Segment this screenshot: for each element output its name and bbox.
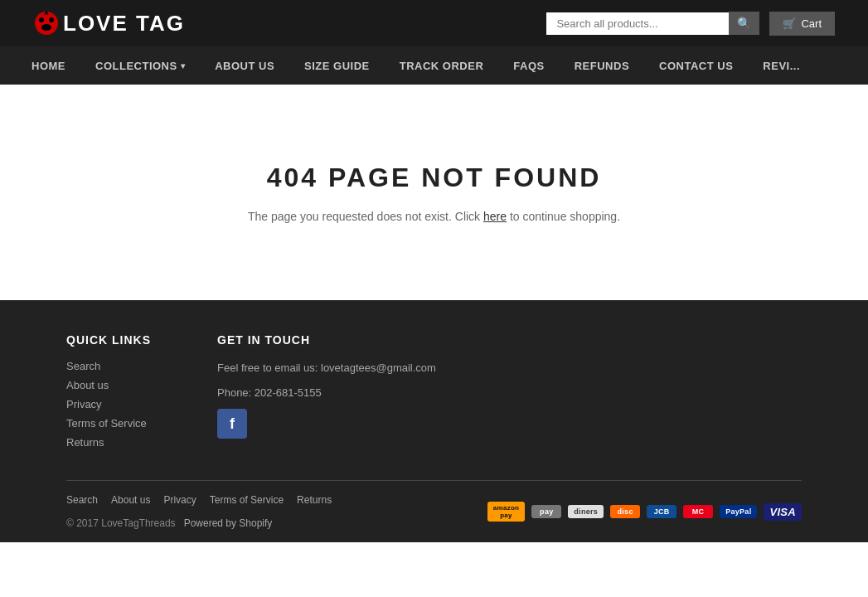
paypal-icon: PayPal	[720, 505, 757, 518]
error-title: 404 PAGE NOT FOUND	[267, 163, 602, 193]
cart-label: Cart	[801, 17, 822, 30]
nav-item-collections[interactable]: COLLECTIONS ▾	[80, 46, 200, 85]
error-message-pre: The page you requested does not exist. C…	[248, 210, 483, 223]
quick-links-title: QUICK LINKS	[66, 333, 151, 347]
error-message: The page you requested does not exist. C…	[248, 210, 620, 223]
jcb-icon: JCB	[647, 505, 676, 518]
nav-item-contact[interactable]: CONTACT US	[644, 46, 748, 85]
copyright-text: © 2017 LoveTagThreads	[66, 517, 176, 529]
svg-point-1	[39, 17, 44, 22]
main-nav: HOME COLLECTIONS ▾ ABOUT US SIZE GUIDE T…	[0, 46, 868, 85]
logo-text: LOVE TAG	[63, 11, 185, 36]
get-in-touch-section: GET IN TOUCH Feel free to email us: love…	[217, 333, 436, 455]
discover-icon: disc	[610, 505, 640, 518]
site-header: LOVE TAG 🔍 🛒 Cart	[0, 0, 868, 46]
nav-item-size-guide[interactable]: SIZE GUIDE	[289, 46, 385, 85]
header-actions: 🔍 🛒 Cart	[546, 12, 835, 36]
footer-bottom-terms[interactable]: Terms of Service	[210, 494, 284, 506]
payment-icons: amazonpay pay diners disc JCB MC PayPal …	[487, 502, 802, 522]
svg-point-0	[35, 12, 58, 35]
footer-link-about-us[interactable]: About us	[66, 379, 151, 391]
logo[interactable]: LOVE TAG	[33, 10, 185, 36]
footer-link-search[interactable]: Search	[66, 360, 151, 372]
footer-copyright: © 2017 LoveTagThreads Powered by Shopify	[66, 517, 332, 529]
footer-top: QUICK LINKS Search About us Privacy Term…	[66, 333, 802, 480]
contact-email: Feel free to email us: lovetagtees@gmail…	[217, 360, 436, 376]
nav-item-refunds[interactable]: REFUNDS	[560, 46, 644, 85]
cart-button[interactable]: 🛒 Cart	[769, 12, 835, 36]
footer-link-terms[interactable]: Terms of Service	[66, 417, 151, 430]
diners-icon: diners	[568, 505, 604, 518]
search-input[interactable]	[546, 12, 729, 35]
nav-item-reviews[interactable]: REVI...	[748, 46, 815, 85]
email-link[interactable]: lovetagtees@gmail.com	[321, 362, 436, 374]
footer-bottom-search[interactable]: Search	[66, 494, 98, 506]
footer-bottom-links: Search About us Privacy Terms of Service…	[66, 494, 332, 512]
error-message-post: to continue shopping.	[507, 210, 620, 223]
nav-item-faqs[interactable]: FAQS	[498, 46, 559, 85]
facebook-link[interactable]: f	[217, 409, 247, 439]
footer-link-returns[interactable]: Returns	[66, 436, 151, 449]
quick-links-section: QUICK LINKS Search About us Privacy Term…	[66, 333, 151, 455]
visa-icon: VISA	[764, 503, 802, 521]
footer-bottom-privacy[interactable]: Privacy	[163, 494, 196, 506]
here-link[interactable]: here	[483, 210, 507, 223]
nav-item-home[interactable]: HOME	[17, 46, 80, 85]
footer-link-privacy[interactable]: Privacy	[66, 398, 151, 410]
footer-bottom-about[interactable]: About us	[111, 494, 150, 506]
main-content: 404 PAGE NOT FOUND The page you requeste…	[0, 85, 868, 300]
footer-bottom-returns[interactable]: Returns	[297, 494, 332, 506]
search-form: 🔍	[546, 12, 759, 35]
site-footer: QUICK LINKS Search About us Privacy Term…	[0, 300, 868, 542]
svg-point-2	[49, 17, 54, 22]
mastercard-icon: MC	[683, 505, 713, 518]
generic-pay-icon: pay	[531, 505, 561, 518]
nav-item-about[interactable]: ABOUT US	[200, 46, 289, 85]
search-button[interactable]: 🔍	[729, 12, 759, 35]
footer-bottom: Search About us Privacy Terms of Service…	[66, 480, 802, 542]
cart-icon: 🛒	[783, 17, 796, 30]
get-in-touch-title: GET IN TOUCH	[217, 333, 436, 347]
amazon-pay-icon: amazonpay	[487, 502, 526, 522]
contact-phone: Phone: 202-681-5155	[217, 385, 436, 401]
nav-item-track-order[interactable]: TRACK ORDER	[385, 46, 499, 85]
chevron-down-icon: ▾	[181, 61, 186, 70]
svg-point-3	[41, 24, 51, 31]
powered-by-link[interactable]: Powered by Shopify	[184, 517, 273, 529]
footer-bottom-left: Search About us Privacy Terms of Service…	[66, 494, 332, 529]
